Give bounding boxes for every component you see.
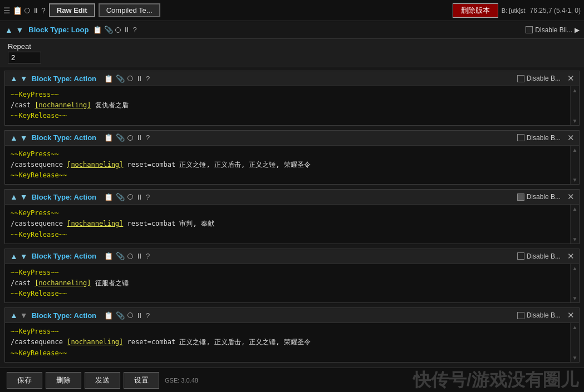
block4-scrollbar[interactable]: ▲ ▼	[570, 264, 579, 303]
block4-body: ~~KeyPress~~ /cast [nochanneling] 征服者之锤 …	[5, 264, 579, 303]
b2-circle-icon[interactable]	[127, 135, 133, 141]
block4-code: ~~KeyPress~~ /cast [nochanneling] 征服者之锤 …	[5, 264, 570, 303]
b3-close[interactable]: ✕	[567, 192, 575, 202]
circle-icon[interactable]	[24, 8, 30, 13]
top-bar: ☰ 📋 ⏸ ? Raw Edit Compiled Te... 删除版本 B: …	[0, 0, 584, 21]
watermark: 快传号/游戏没有圈儿	[413, 368, 578, 392]
sub-pause-icon[interactable]: ⏸	[123, 26, 130, 34]
pause-icon[interactable]: ⏸	[32, 7, 39, 14]
b3-checkbox[interactable]	[517, 193, 524, 201]
block3-up[interactable]: ▲	[9, 192, 18, 201]
sub-link-icon[interactable]: 📎	[104, 26, 113, 34]
block2-arrows: ▲ ▼	[9, 133, 28, 142]
block5-icons: 📋 📎 ⏸ ?	[104, 311, 150, 320]
block1-scrollbar[interactable]: ▲ ▼	[570, 86, 579, 125]
b5-scroll-down[interactable]: ▼	[572, 355, 578, 361]
block3-disable: Disable B...	[517, 193, 561, 201]
b3-scroll-down[interactable]: ▼	[572, 236, 578, 242]
block2-scrollbar[interactable]: ▲ ▼	[570, 146, 579, 185]
main-content[interactable]: ▲ ▼ Block Type: Action 📋 📎 ⏸ ? Disable B…	[0, 67, 584, 370]
b2-line1: ~~KeyPress~~	[11, 149, 565, 160]
sub-extra[interactable]: ▶	[575, 26, 580, 34]
b4-close[interactable]: ✕	[567, 251, 575, 261]
b1-circle-icon[interactable]	[127, 76, 133, 81]
block1-down[interactable]: ▼	[19, 74, 28, 83]
b3-circle-icon[interactable]	[127, 194, 133, 200]
b3-scroll-up[interactable]: ▲	[572, 206, 578, 212]
b1-pause-icon[interactable]: ⏸	[136, 75, 143, 83]
b2-pause-icon[interactable]: ⏸	[136, 133, 143, 142]
b2-help-icon[interactable]: ?	[146, 133, 150, 142]
block4-up[interactable]: ▲	[9, 252, 18, 261]
delete-version-button[interactable]: 删除版本	[453, 3, 498, 18]
block1-up[interactable]: ▲	[9, 74, 18, 83]
block2-up[interactable]: ▲	[9, 133, 18, 142]
block1-body: ~~KeyPress~~ /cast [nochanneling] 复仇者之盾 …	[5, 86, 579, 125]
raw-edit-button[interactable]: Raw Edit	[49, 3, 95, 17]
b5-close[interactable]: ✕	[567, 310, 575, 320]
block1-disable: Disable B...	[517, 75, 561, 82]
action-block-2: ▲ ▼ Block Type: Action 📋 📎 ⏸ ? Disable B…	[4, 130, 580, 185]
b5-checkbox[interactable]	[517, 312, 524, 319]
b3-line3: ~~KeyRelease~~	[11, 230, 565, 240]
block3-down[interactable]: ▼	[19, 192, 28, 201]
b4-scroll-up[interactable]: ▲	[572, 265, 578, 271]
b1-close[interactable]: ✕	[567, 73, 575, 83]
block3-type: Block Type: Action	[32, 193, 96, 201]
send-button[interactable]: 发送	[85, 372, 120, 389]
b1-help-icon[interactable]: ?	[146, 75, 150, 83]
repeat-input[interactable]	[8, 52, 41, 63]
b1-copy-icon[interactable]: 📋	[104, 75, 113, 83]
b1-scroll-down[interactable]: ▼	[572, 118, 578, 124]
b5-scroll-up[interactable]: ▲	[572, 324, 578, 330]
b1-link-icon[interactable]: 📎	[116, 75, 125, 83]
b5-help-icon[interactable]: ?	[146, 311, 150, 320]
b5-copy-icon[interactable]: 📋	[104, 311, 113, 320]
b4-checkbox[interactable]	[517, 252, 524, 260]
b1-scroll-up[interactable]: ▲	[572, 87, 578, 93]
block2-down[interactable]: ▼	[19, 133, 28, 142]
block2-code: ~~KeyPress~~ /castsequence [nochanneling…	[5, 146, 570, 185]
b3-help-icon[interactable]: ?	[146, 193, 150, 201]
block3-scrollbar[interactable]: ▲ ▼	[570, 205, 579, 244]
b2-scroll-up[interactable]: ▲	[572, 147, 578, 153]
block4-down[interactable]: ▼	[19, 252, 28, 261]
b4-help-icon[interactable]: ?	[146, 252, 150, 260]
b2-scroll-down[interactable]: ▼	[572, 177, 578, 183]
sub-disable-btn: Disable Bli... ▶	[526, 26, 580, 34]
delete-button[interactable]: 删除	[46, 372, 81, 389]
b2-checkbox[interactable]	[517, 134, 524, 141]
b4-line1: ~~KeyPress~~	[11, 267, 565, 278]
down-arrow[interactable]: ▼	[15, 26, 24, 34]
b4-copy-icon[interactable]: 📋	[104, 252, 113, 260]
settings-button[interactable]: 设置	[124, 372, 159, 389]
sub-circle-icon[interactable]	[115, 27, 121, 33]
block5-scrollbar[interactable]: ▲ ▼	[570, 323, 579, 362]
save-button[interactable]: 保存	[7, 372, 42, 389]
b2-close[interactable]: ✕	[567, 133, 575, 143]
b5-link-icon[interactable]: 📎	[116, 311, 125, 320]
block-type-loop: Block Type: Loop	[28, 26, 89, 34]
b5-pause-icon[interactable]: ⏸	[136, 311, 143, 320]
b1-checkbox[interactable]	[517, 75, 524, 82]
block5-up[interactable]: ▲	[9, 311, 18, 320]
b5-circle-icon[interactable]	[127, 312, 133, 318]
b4-link-icon[interactable]: 📎	[116, 252, 125, 260]
b2-copy-icon[interactable]: 📋	[104, 133, 113, 142]
b3-pause-icon[interactable]: ⏸	[136, 193, 143, 201]
menu-icon[interactable]: ☰	[3, 6, 11, 15]
sub-copy-icon[interactable]: 📋	[93, 26, 102, 34]
b2-link-icon[interactable]: 📎	[116, 133, 125, 142]
b3-link-icon[interactable]: 📎	[116, 193, 125, 201]
block5-down[interactable]: ▼	[19, 311, 28, 320]
sub-disable-checkbox[interactable]	[526, 26, 533, 33]
b3-copy-icon[interactable]: 📋	[104, 193, 113, 201]
compiled-te-button[interactable]: Compiled Te...	[99, 3, 160, 17]
help-icon[interactable]: ?	[41, 6, 46, 15]
sub-help-icon[interactable]: ?	[132, 26, 136, 34]
copy-icon[interactable]: 📋	[13, 6, 22, 15]
b4-circle-icon[interactable]	[127, 254, 133, 259]
up-arrow[interactable]: ▲	[4, 26, 13, 34]
b4-pause-icon[interactable]: ⏸	[136, 252, 143, 260]
b4-scroll-down[interactable]: ▼	[572, 295, 578, 301]
